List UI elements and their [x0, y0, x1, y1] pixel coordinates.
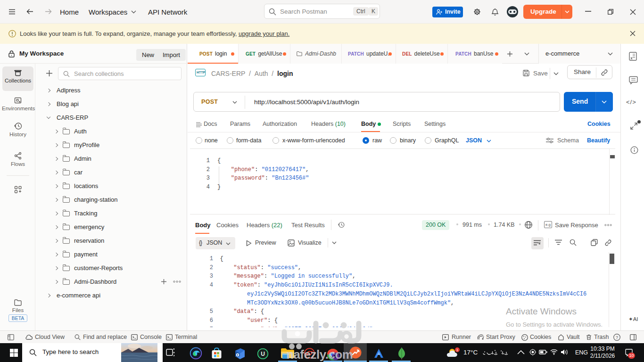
svg-text:?: ? — [616, 335, 618, 340]
svg-text:U: U — [261, 351, 265, 357]
svg-text:1: 1 — [456, 348, 459, 352]
